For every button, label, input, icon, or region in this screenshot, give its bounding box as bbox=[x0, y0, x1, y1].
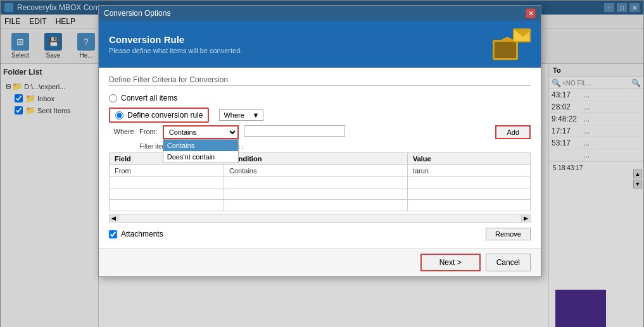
table-row-empty bbox=[110, 177, 531, 188]
horizontal-scrollbar[interactable]: ◀ ▶ bbox=[109, 214, 531, 223]
where-main-dropdown[interactable]: Where ▼ bbox=[219, 109, 263, 121]
condition-list-contains[interactable]: Contains bbox=[163, 140, 238, 151]
attachments-checkbox[interactable] bbox=[109, 230, 117, 238]
dialog-body: Define Filter Criteria for Conversion Co… bbox=[99, 68, 541, 248]
mailbox-icon bbox=[493, 40, 518, 60]
define-rule-box[interactable]: Define conversion rule bbox=[109, 108, 209, 123]
define-rule-label: Define conversion rule bbox=[127, 111, 203, 120]
convert-all-label: Convert all items bbox=[121, 94, 177, 102]
condition-list: Contains Does'nt contain bbox=[163, 139, 239, 163]
condition-dropdown[interactable]: Contains Does'nt contain bbox=[163, 125, 239, 139]
table-row-empty bbox=[110, 200, 531, 211]
add-button[interactable]: Add bbox=[495, 125, 531, 139]
dialog-header-text: Conversion Rule Please define what items… bbox=[109, 34, 242, 54]
row-value: tarun bbox=[407, 165, 530, 177]
filter-from-label: From: bbox=[139, 128, 158, 135]
attachments-label: Attachments bbox=[121, 230, 163, 238]
bottom-row: Attachments Remove bbox=[109, 228, 531, 240]
dialog-header: Conversion Rule Please define what items… bbox=[99, 21, 541, 68]
condition-list-doesnt[interactable]: Does'nt contain bbox=[163, 151, 238, 163]
condition-dropdown-container: Contains Does'nt contain Contains Does'n… bbox=[163, 125, 239, 139]
envelope-icon bbox=[513, 28, 531, 42]
scroll-left-button[interactable]: ◀ bbox=[110, 214, 118, 223]
section-label: Define Filter Criteria for Conversion bbox=[109, 75, 531, 86]
table-row-empty bbox=[110, 188, 531, 200]
scroll-right-button[interactable]: ▶ bbox=[521, 214, 530, 223]
dialog-close-button[interactable]: ✕ bbox=[526, 8, 536, 18]
row-condition: Contains bbox=[224, 165, 408, 177]
conversion-options-dialog: Conversion Options ✕ Conversion Rule Ple… bbox=[98, 5, 541, 277]
cancel-button[interactable]: Cancel bbox=[486, 254, 531, 271]
dialog-header-subtitle: Please define what items will be convert… bbox=[109, 47, 242, 54]
row-field: From bbox=[110, 165, 224, 177]
define-rule-radio[interactable] bbox=[115, 111, 123, 120]
attachments-row: Attachments bbox=[109, 230, 163, 238]
where-main-selected: Where bbox=[224, 111, 244, 119]
dialog-footer: Next > Cancel bbox=[99, 248, 541, 276]
condition-select[interactable]: Contains Does'nt contain bbox=[164, 126, 237, 138]
dialog-titlebar: Conversion Options ✕ bbox=[99, 6, 541, 21]
remove-button[interactable]: Remove bbox=[486, 228, 531, 240]
filter-where-label: Where bbox=[109, 128, 134, 135]
next-button[interactable]: Next > bbox=[420, 254, 481, 271]
filter-row: Where From: Contains Does'nt contain Con… bbox=[109, 125, 531, 139]
where-dropdown-arrow: ▼ bbox=[253, 111, 260, 119]
dialog-header-icon bbox=[493, 28, 531, 60]
convert-all-radio[interactable] bbox=[109, 94, 117, 102]
dialog-title: Conversion Options bbox=[104, 9, 170, 18]
table-row: From Contains tarun bbox=[110, 165, 531, 177]
col-condition: Condition bbox=[224, 153, 408, 165]
filter-value-input[interactable] bbox=[244, 125, 345, 137]
dialog-header-title: Conversion Rule bbox=[109, 34, 242, 45]
convert-all-row: Convert all items bbox=[109, 94, 531, 102]
col-value: Value bbox=[407, 153, 530, 165]
